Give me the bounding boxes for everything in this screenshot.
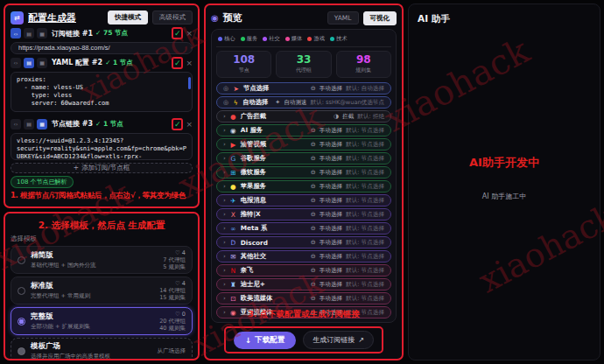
legend-dot-icon	[218, 37, 222, 41]
proxy-group-row[interactable]: › ✉ 其他社交 ⊖ 手动选择 默认: 节点选择	[216, 250, 391, 262]
preview-panel: ◉ 预览 YAML 可视化 核心 服务 社交 媒体 游戏 技术 108	[204, 4, 404, 360]
yaml-config-textarea[interactable]: proxies: - name: vless-US type: vless se…	[11, 72, 193, 112]
tab-advanced-mode[interactable]: 高级模式	[152, 10, 193, 24]
proxy-group-row[interactable]: ◎ ➤ 节点选择 ⊖ 手动选择 默认: 自动选择	[216, 82, 391, 94]
proxy-group-row[interactable]: › ✈ 电报消息 ⊖ 手动选择 默认: 节点选择	[216, 194, 391, 206]
grid-icon[interactable]: ▦	[37, 58, 47, 68]
grid-icon[interactable]: ▦	[37, 119, 47, 130]
input-group-header: ‹› ▤ ▦ 订阅链接 #1 ✓ 75 节点 ✓ ×	[11, 27, 193, 39]
eye-icon: ◉	[211, 13, 219, 23]
proxy-group-row[interactable]: › ⊞ 微软服务 ⊖ 手动选择 默认: 节点选择	[216, 166, 391, 178]
tab-yaml-view[interactable]: YAML	[327, 11, 359, 24]
page-title: 配置生成器	[28, 11, 76, 24]
scrollbar-thumb[interactable]	[188, 77, 191, 89]
proxy-group-row[interactable]: › D Discord ⊖ 手动选择 默认: 节点选择	[216, 236, 391, 248]
heart-icon: ♡	[175, 249, 180, 256]
legend-item: 媒体	[285, 35, 303, 43]
file-icon[interactable]: ▤	[24, 28, 34, 38]
file-icon[interactable]: ▤	[24, 119, 34, 130]
chevron-icon: ›	[223, 281, 226, 288]
default-label: 默认: 节点选择	[346, 183, 384, 191]
mode-label: 手动选择	[320, 197, 342, 205]
mode-label: 手动选择	[320, 281, 342, 289]
mode-icon: ⊖	[311, 183, 316, 190]
likes: ♡ 0	[159, 311, 186, 318]
group-label: 订阅链接 #1	[52, 29, 93, 38]
template-option[interactable]: 完整版 全部功能 + 扩展规则集 ♡ 0 20 代理组 40 规则集	[11, 307, 193, 335]
remove-group-button[interactable]: ×	[186, 59, 193, 67]
file-icon[interactable]: ▤	[24, 58, 34, 68]
chevron-icon: ›	[223, 141, 226, 148]
subscription-url-input[interactable]	[11, 42, 193, 54]
template-option[interactable]: 模板广场 选择并应用广场中的高质量模板 从广场选择	[11, 338, 193, 360]
proxy-group-row[interactable]: › ♜ 迪士尼+ ⊖ 手动选择 默认: 节点选择	[216, 278, 391, 290]
tab-visual-view[interactable]: 可视化	[363, 11, 397, 25]
add-subscription-button[interactable]: + 添加订阅/节点框	[11, 163, 193, 173]
chevron-icon: ◎	[223, 85, 228, 92]
proxy-group-row[interactable]: › ⊡ 欧美流媒体 ⊖ 手动选择 默认: 节点选择	[216, 292, 391, 304]
chevron-icon: ›	[223, 183, 226, 190]
stat-label: 规则集	[337, 66, 390, 74]
default-label: 默认: 节点选择	[346, 267, 384, 275]
proxy-group-row[interactable]: › ● 广告拦截 ◑ 拦截 默认: 拒绝	[216, 110, 391, 122]
proxy-group-row[interactable]: › X 推特|X ⊖ 手动选择 默认: 节点选择	[216, 208, 391, 220]
legend-item: 服务	[241, 35, 258, 43]
apple-icon: ●	[229, 183, 237, 191]
chevron-icon: ›	[223, 267, 226, 274]
proxy-group-row[interactable]: › ◉ AI 服务 ⊖ 手动选择 默认: 节点选择	[216, 124, 391, 136]
node-count-badge: ✓ 1 节点	[105, 59, 133, 67]
proxy-group-row[interactable]: › ● 苹果服务 ⊖ 手动选择 默认: 节点选择	[216, 180, 391, 192]
mode-icon: ⊖	[311, 169, 316, 176]
link-icon[interactable]: ‹›	[11, 28, 21, 38]
radio-icon[interactable]	[18, 256, 25, 264]
radio-icon[interactable]	[18, 347, 25, 355]
confirm-check-button[interactable]: ✓	[174, 29, 181, 38]
grid-icon[interactable]: ▦	[37, 28, 47, 38]
radio-icon[interactable]	[18, 318, 25, 326]
ai-substatus-text: AI 助手施工中	[409, 192, 600, 201]
tab-quick-mode[interactable]: 快捷模式	[108, 10, 148, 24]
default-label: 默认: 拒绝	[357, 113, 384, 121]
ai-assistant-panel: AI 助手 AI助手开发中 AI 助手施工中	[408, 4, 600, 360]
heart-icon: ♡	[175, 311, 180, 318]
link-icon[interactable]: ‹›	[11, 119, 21, 130]
proxy-group-row[interactable]: › ▶ 油管视频 ⊖ 手动选择 默认: 节点选择	[216, 138, 391, 150]
mode-label: 手动选择	[320, 295, 342, 303]
proxy-group-row[interactable]: ◎ ϟ 自动选择 ✦ 自动测速 默认: ssHK@wuan优选节点	[216, 96, 391, 108]
generate-subscription-button[interactable]: 生成订阅链接 ↗	[303, 331, 374, 349]
stats-row: 108 节点 33 代理组 98 规则集	[216, 51, 391, 78]
default-label: 默认: 节点选择	[346, 295, 384, 303]
default-label: 默认: 节点选择	[346, 253, 384, 261]
download-config-button[interactable]: ↓ 下载配置	[234, 332, 296, 349]
confirm-check-button[interactable]: ✓	[174, 120, 181, 129]
group-label: 节点链接 #3	[52, 119, 93, 129]
mode-label: 手动选择	[320, 169, 342, 177]
chevron-icon: ›	[223, 197, 226, 204]
annotation-step3: 3. 点下载配置或生成订阅链接	[206, 309, 402, 320]
confirm-check-button[interactable]: ✓	[174, 59, 181, 67]
template-desc: 基础代理组 + 国内外分流	[31, 262, 158, 270]
node-link-textarea[interactable]: vless://+uuid=@1.2.3.4:12345? security=r…	[11, 133, 193, 160]
annotation-box-check: ✓	[172, 57, 184, 69]
template-option[interactable]: 标准版 完整代理组 + 常用规则 ♡ 4 14 代理组 15 规则集	[11, 276, 193, 304]
mode-icon: ⊖	[311, 155, 316, 162]
google-icon: G	[229, 155, 237, 163]
remove-group-button[interactable]: ×	[186, 120, 193, 129]
stat-value: 98	[337, 53, 390, 66]
app-icon: ⇄	[11, 11, 24, 24]
legend-item: 社交	[263, 35, 280, 43]
chevron-icon: ›	[223, 169, 226, 176]
proxy-group-row[interactable]: › N 奈飞 ⊖ 手动选择 默认: 节点选择	[216, 264, 391, 276]
default-label: 默认: 节点选择	[346, 127, 384, 135]
remove-group-button[interactable]: ×	[186, 29, 193, 38]
template-option[interactable]: 精简版 基础代理组 + 国内外分流 ♡ 4 7 代理组 5 规则集	[11, 246, 193, 274]
likes: ♡ 4	[159, 280, 186, 287]
node-count-badge: ✓ 75 节点	[95, 29, 128, 38]
legend-dot-icon	[285, 37, 290, 41]
config-generator-panel: ⇄ 配置生成器 快捷模式 高级模式 ‹› ▤ ▦ 订阅链接 #1 ✓ 75 节点…	[4, 4, 200, 360]
mode-icon: ✦	[275, 99, 280, 106]
link-icon[interactable]: ‹›	[11, 58, 21, 68]
radio-icon[interactable]	[18, 287, 25, 295]
proxy-group-row[interactable]: › G 谷歌服务 ⊖ 手动选择 默认: 节点选择	[216, 152, 391, 164]
proxy-group-row[interactable]: › ∞ Meta 系 ⊖ 手动选择 默认: 节点选择	[216, 222, 391, 234]
